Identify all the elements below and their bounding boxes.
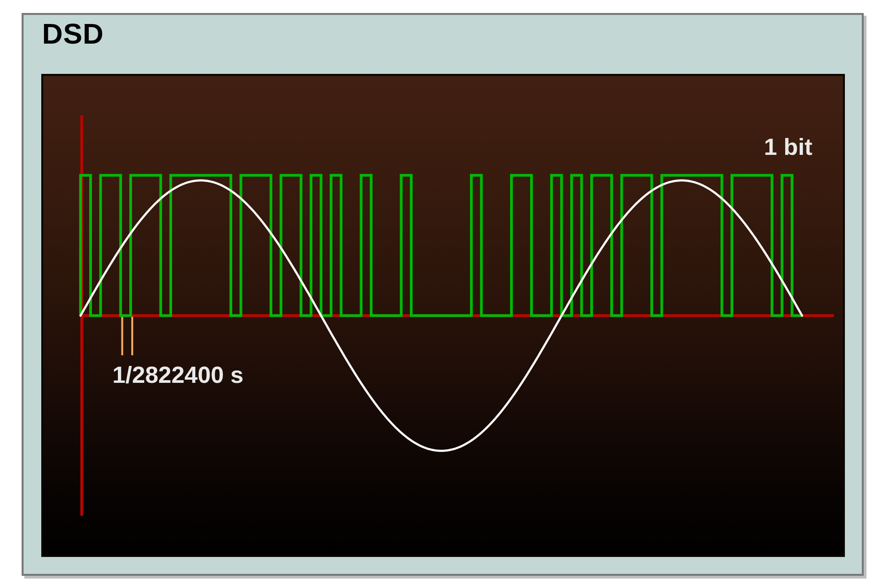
pdm-bitstream-wave [81,175,802,316]
bit-period-label: 1/2822400 s [112,363,244,387]
one-bit-label: 1 bit [764,135,812,159]
waveform-canvas [0,0,883,588]
dsd-diagram: DSD 1 bit 1/2822400 s [0,0,883,588]
